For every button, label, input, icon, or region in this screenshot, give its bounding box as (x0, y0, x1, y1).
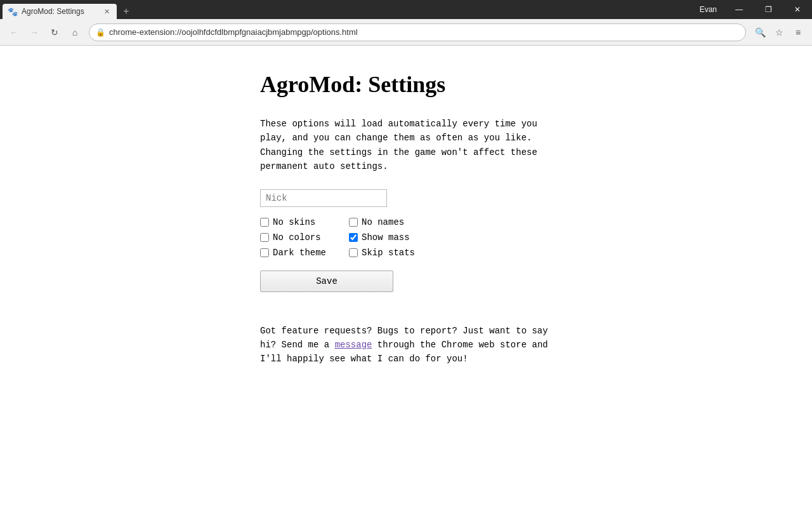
tab-favicon: 🐾 (8, 7, 18, 17)
no-names-checkbox[interactable] (349, 218, 358, 227)
reload-button[interactable]: ↻ (46, 23, 63, 41)
save-button[interactable]: Save (260, 271, 393, 292)
close-button[interactable]: ✕ (783, 0, 812, 19)
dark-theme-option[interactable]: Dark theme (260, 248, 336, 258)
no-colors-label: No colors (273, 232, 321, 243)
home-button[interactable]: ⌂ (66, 23, 84, 41)
skip-stats-label: Skip stats (362, 248, 415, 258)
no-skins-option[interactable]: No skins (260, 217, 336, 227)
ssl-icon: 🔒 (96, 28, 105, 37)
search-button[interactable]: 🔍 (751, 23, 769, 41)
minimize-button[interactable]: — (724, 0, 754, 19)
menu-button[interactable]: ≡ (789, 23, 807, 41)
no-names-option[interactable]: No names (349, 217, 425, 227)
content-wrapper: AgroMod: Settings These options will loa… (247, 71, 565, 366)
dark-theme-checkbox[interactable] (260, 248, 269, 257)
user-name: Evan (692, 5, 724, 14)
skip-stats-checkbox[interactable] (349, 248, 358, 257)
forward-button[interactable]: → (25, 23, 43, 41)
no-names-label: No names (362, 217, 404, 227)
nav-right-buttons: 🔍 ☆ ≡ (751, 23, 807, 41)
skip-stats-option[interactable]: Skip stats (349, 248, 425, 258)
address-bar[interactable]: 🔒 (89, 23, 746, 41)
show-mass-label: Show mass (362, 232, 410, 243)
bookmark-button[interactable]: ☆ (770, 23, 788, 41)
footer-text: Got feature requests? Bugs to report? Ju… (260, 324, 552, 366)
title-bar: 🐾 AgroMod: Settings ✕ + Evan — ❐ ✕ (0, 0, 812, 19)
no-skins-label: No skins (273, 217, 315, 227)
new-tab-button[interactable]: + (117, 4, 136, 19)
navigation-bar: ← → ↻ ⌂ 🔒 🔍 ☆ ≡ (0, 19, 812, 46)
back-button[interactable]: ← (5, 23, 23, 41)
window-controls: Evan — ❐ ✕ (692, 0, 812, 19)
description-text: These options will load automatically ev… (260, 117, 552, 174)
active-tab[interactable]: 🐾 AgroMod: Settings ✕ (3, 4, 117, 19)
no-skins-checkbox[interactable] (260, 218, 269, 227)
tab-title: AgroMod: Settings (22, 7, 98, 16)
footer-link[interactable]: message (335, 340, 372, 350)
page-title: AgroMod: Settings (260, 71, 552, 98)
chrome-window: 🐾 AgroMod: Settings ✕ + Evan — ❐ ✕ ← → ↻… (0, 0, 812, 508)
no-colors-checkbox[interactable] (260, 233, 269, 242)
maximize-button[interactable]: ❐ (754, 0, 783, 19)
options-grid: No skins No names No colors Show mass Da… (260, 217, 425, 258)
dark-theme-label: Dark theme (273, 248, 326, 258)
page-content: AgroMod: Settings These options will loa… (0, 46, 812, 508)
show-mass-checkbox[interactable] (349, 233, 358, 242)
no-colors-option[interactable]: No colors (260, 232, 336, 243)
tab-strip: 🐾 AgroMod: Settings ✕ + (0, 0, 136, 19)
show-mass-option[interactable]: Show mass (349, 232, 425, 243)
nick-input[interactable] (260, 189, 387, 207)
address-input[interactable] (109, 27, 739, 37)
tab-close-button[interactable]: ✕ (102, 6, 112, 17)
